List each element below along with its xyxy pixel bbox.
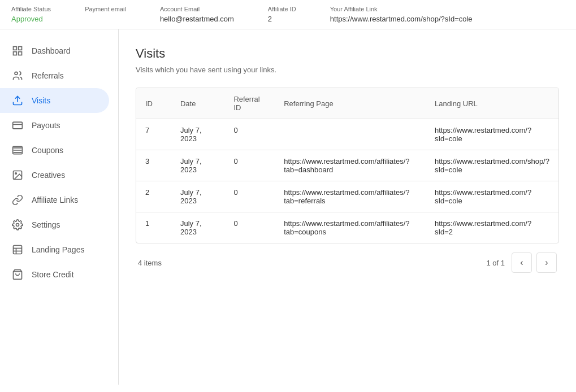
affiliate-status-value: Approved [11, 15, 51, 23]
svg-point-4 [15, 72, 18, 75]
sidebar-label-referrals: Referrals [32, 71, 64, 80]
visits-table: ID Date Referral ID Referring Page Landi… [136, 88, 559, 243]
account-email-value: hello@restartmed.com [160, 15, 234, 23]
col-header-referral: Referral ID [224, 88, 275, 119]
layout: Dashboard Referrals Visits [0, 29, 576, 385]
creatives-icon [11, 169, 24, 181]
sidebar-label-coupons: Coupons [32, 146, 63, 155]
payment-email-label: Payment email [85, 6, 126, 12]
svg-rect-0 [14, 47, 17, 50]
sidebar-label-landing-pages: Landing Pages [32, 245, 84, 254]
cell-landing-url: https://www.restartmed.com/shop/?sId=col… [426, 150, 558, 181]
affiliate-status-label: Affiliate Status [11, 6, 51, 12]
sidebar-item-store-credit[interactable]: Store Credit [0, 262, 118, 287]
table-row: 2July 7, 20230https://www.restartmed.com… [136, 181, 558, 212]
cell-referral-id: 0 [224, 212, 275, 243]
affiliate-id-label: Affiliate ID [268, 6, 296, 12]
cell-landing-url: https://www.restartmed.com/?sId=cole [426, 181, 558, 212]
sidebar-item-settings[interactable]: Settings [0, 212, 118, 237]
dashboard-icon [11, 45, 24, 56]
affiliate-status-item: Affiliate Status Approved [11, 6, 51, 23]
cell-id: 3 [136, 150, 171, 181]
affiliate-link-label: Your Affiliate Link [330, 6, 473, 12]
svg-rect-12 [14, 246, 22, 254]
affiliate-id-item: Affiliate ID 2 [268, 6, 296, 23]
sidebar-item-visits[interactable]: Visits [0, 88, 109, 113]
cell-referring-page: https://www.restartmed.com/affiliates/?t… [275, 150, 426, 181]
pagination: 4 items 1 of 1 ‹ › [136, 243, 559, 275]
affiliate-links-icon [11, 194, 24, 206]
cell-id: 7 [136, 119, 171, 150]
cell-landing-url: https://www.restartmed.com/?sId=2 [426, 212, 558, 243]
cell-id: 2 [136, 181, 171, 212]
sidebar-label-affiliate-links: Affiliate Links [32, 195, 78, 204]
coupons-icon [11, 145, 24, 156]
svg-rect-2 [14, 52, 17, 55]
store-credit-icon [11, 269, 24, 280]
sidebar-label-store-credit: Store Credit [32, 270, 74, 279]
items-count: 4 items [138, 259, 162, 267]
sidebar-label-creatives: Creatives [32, 171, 65, 180]
account-email-item: Account Email hello@restartmed.com [160, 6, 234, 23]
cell-date: July 7, 2023 [171, 181, 224, 212]
pagination-controls: 1 of 1 ‹ › [486, 252, 557, 273]
cell-landing-url: https://www.restartmed.com/?sId=cole [426, 119, 558, 150]
sidebar-item-creatives[interactable]: Creatives [0, 163, 118, 188]
sidebar-label-dashboard: Dashboard [32, 46, 71, 55]
settings-icon [11, 219, 24, 230]
sidebar-label-settings: Settings [32, 220, 60, 229]
account-email-label: Account Email [160, 6, 234, 12]
page-subtitle: Visits which you have sent using your li… [136, 66, 559, 74]
svg-rect-6 [13, 122, 23, 129]
sidebar-item-dashboard[interactable]: Dashboard [0, 38, 118, 63]
cell-referring-page [275, 119, 426, 150]
next-page-button[interactable]: › [536, 252, 557, 273]
col-header-referring: Referring Page [275, 88, 426, 119]
table-row: 1July 7, 20230https://www.restartmed.com… [136, 212, 558, 243]
table-header-row: ID Date Referral ID Referring Page Landi… [136, 88, 558, 119]
sidebar-item-referrals[interactable]: Referrals [0, 63, 118, 88]
svg-rect-3 [19, 52, 22, 55]
table-row: 3July 7, 20230https://www.restartmed.com… [136, 150, 558, 181]
cell-referral-id: 0 [224, 181, 275, 212]
cell-id: 1 [136, 212, 171, 243]
pagination-text: 1 of 1 [486, 259, 505, 267]
sidebar-item-affiliate-links[interactable]: Affiliate Links [0, 188, 118, 212]
svg-rect-1 [19, 47, 22, 50]
sidebar-item-coupons[interactable]: Coupons [0, 138, 118, 163]
visits-icon [11, 95, 24, 106]
main-content: Visits Visits which you have sent using … [119, 29, 576, 385]
top-bar: Affiliate Status Approved Payment email … [0, 0, 576, 29]
referrals-icon [11, 70, 24, 81]
table-row: 7July 7, 20230https://www.restartmed.com… [136, 119, 558, 150]
payouts-icon [11, 120, 24, 131]
cell-referring-page: https://www.restartmed.com/affiliates/?t… [275, 181, 426, 212]
cell-referral-id: 0 [224, 150, 275, 181]
affiliate-link-value: https://www.restartmed.com/shop/?sId=col… [330, 15, 473, 23]
cell-date: July 7, 2023 [171, 119, 224, 150]
payment-email-item: Payment email [85, 6, 126, 15]
cell-date: July 7, 2023 [171, 212, 224, 243]
col-header-id: ID [136, 88, 171, 119]
sidebar-label-visits: Visits [32, 96, 50, 105]
svg-point-10 [15, 173, 16, 175]
sidebar-label-payouts: Payouts [32, 121, 60, 130]
cell-referring-page: https://www.restartmed.com/affiliates/?t… [275, 212, 426, 243]
cell-date: July 7, 2023 [171, 150, 224, 181]
col-header-landing: Landing URL [426, 88, 558, 119]
svg-point-11 [16, 224, 19, 227]
cell-referral-id: 0 [224, 119, 275, 150]
sidebar-item-landing-pages[interactable]: Landing Pages [0, 237, 118, 262]
sidebar-item-payouts[interactable]: Payouts [0, 113, 118, 138]
prev-page-button[interactable]: ‹ [512, 252, 532, 273]
sidebar: Dashboard Referrals Visits [0, 29, 119, 385]
col-header-date: Date [171, 88, 224, 119]
affiliate-id-value: 2 [268, 15, 296, 23]
affiliate-link-item: Your Affiliate Link https://www.restartm… [330, 6, 473, 23]
landing-pages-icon [11, 244, 24, 255]
page-title: Visits [136, 46, 559, 61]
